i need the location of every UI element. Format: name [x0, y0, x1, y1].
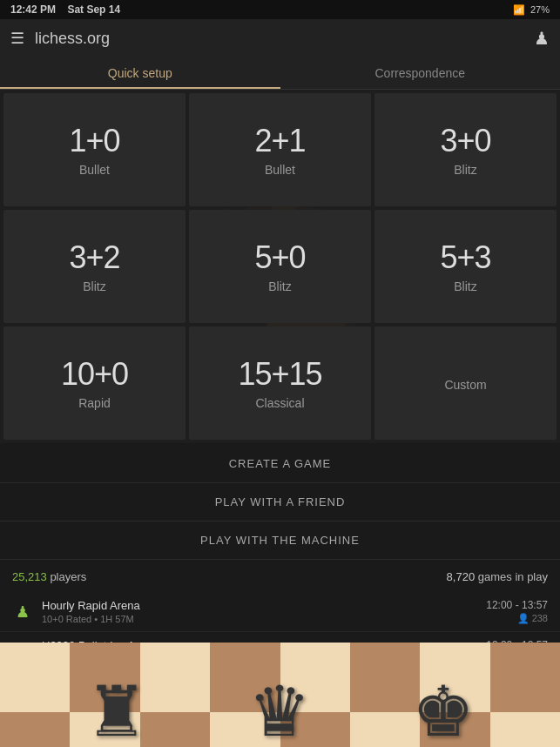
tournament-players-0: 👤 238: [486, 613, 548, 624]
tournament-info-0: Hourly Rapid Arena10+0 Rated • 1H 57M: [42, 599, 477, 624]
game-cell-blitz[interactable]: 3+0Blitz: [374, 93, 557, 206]
game-grid-container: 🐴 1+0Bullet2+1Bullet3+0Blitz3+2Blitz5+0B…: [0, 90, 560, 443]
game-time-1: 2+1: [254, 123, 305, 159]
menu-icon[interactable]: ☰: [10, 29, 24, 48]
battery-display: 27%: [530, 4, 550, 15]
players-stat: 25,213 players: [12, 570, 86, 583]
tab-correspondence[interactable]: Correspondence: [280, 57, 561, 89]
status-bar: 12:42 PM Sat Sep 14 📶 27%: [0, 0, 560, 19]
play-friend-button[interactable]: PLAY WITH A FRIEND: [0, 483, 560, 522]
players-label: players: [50, 570, 86, 583]
tournament-meta-0: 10+0 Rated • 1H 57M: [42, 614, 477, 624]
game-cell-bullet[interactable]: 1+0Bullet: [3, 93, 186, 206]
game-type-5: Blitz: [454, 279, 476, 293]
chess-piece-queen: ♛: [248, 677, 311, 747]
game-type-6: Rapid: [78, 396, 111, 410]
game-time-2: 3+0: [440, 123, 490, 159]
game-time-7: 15+15: [238, 356, 321, 393]
tournament-icon-0: ♟: [12, 602, 33, 622]
header-chess-icon: ♟: [534, 28, 550, 49]
tournament-name-0: Hourly Rapid Arena: [42, 599, 477, 612]
chess-piece-king: ♚: [412, 677, 475, 747]
action-buttons: CREATE A GAME PLAY WITH A FRIEND PLAY WI…: [0, 443, 560, 562]
status-time: 12:42 PM Sat Sep 14: [10, 3, 120, 16]
game-time-0: 1+0: [69, 123, 119, 159]
stats-bar: 25,213 players 8,720 games in play: [0, 562, 560, 592]
tournament-item-0[interactable]: ♟Hourly Rapid Arena10+0 Rated • 1H 57M12…: [0, 592, 560, 632]
game-type-2: Blitz: [454, 163, 476, 177]
wifi-icon: 📶: [513, 4, 525, 16]
players-count: 25,213: [12, 570, 47, 583]
create-game-button[interactable]: CREATE A GAME: [0, 445, 560, 483]
time-display: 12:42 PM: [10, 3, 56, 16]
game-time-3: 3+2: [69, 239, 119, 276]
app-title: lichess.org: [35, 30, 110, 48]
games-label: games in play: [478, 570, 548, 583]
games-count: 8,720: [447, 570, 476, 583]
game-type-3: Blitz: [83, 279, 105, 293]
tab-quick-setup[interactable]: Quick setup: [0, 57, 280, 89]
tournament-right-0: 12:00 - 13:57👤 238: [486, 599, 548, 624]
game-type-4: Blitz: [268, 279, 291, 293]
date-display: Sat Sep 14: [67, 3, 120, 16]
tournament-time-0: 12:00 - 13:57: [486, 599, 548, 611]
game-time-4: 5+0: [254, 239, 305, 276]
game-cell-blitz[interactable]: 5+3Blitz: [374, 210, 557, 323]
game-grid: 1+0Bullet2+1Bullet3+0Blitz3+2Blitz5+0Bli…: [3, 93, 557, 440]
chess-piece-rook: ♜: [85, 677, 148, 747]
tabs-container: Quick setup Correspondence: [0, 57, 560, 90]
chess-pieces-row: ♜ ♛ ♚: [0, 643, 560, 747]
play-machine-button[interactable]: PLAY WITH THE MACHINE: [0, 522, 560, 560]
game-type-1: Bullet: [265, 163, 295, 177]
game-time-5: 5+3: [440, 239, 490, 276]
status-right: 📶 27%: [513, 4, 550, 16]
game-type-7: Classical: [255, 396, 304, 410]
game-type-0: Bullet: [79, 163, 110, 177]
games-stat: 8,720 games in play: [447, 570, 548, 583]
game-cell-classical[interactable]: 15+15Classical: [189, 326, 371, 440]
chess-board-container: ♜ ♛ ♚: [0, 643, 560, 747]
game-cell-custom[interactable]: Custom: [374, 326, 557, 440]
game-cell-blitz[interactable]: 3+2Blitz: [3, 210, 186, 323]
game-cell-bullet[interactable]: 2+1Bullet: [189, 93, 371, 206]
game-time-6: 10+0: [61, 356, 128, 393]
game-type-8: Custom: [444, 378, 486, 392]
game-cell-rapid[interactable]: 10+0Rapid: [3, 326, 186, 440]
game-cell-blitz[interactable]: 5+0Blitz: [189, 210, 371, 323]
header: ☰ lichess.org ♟: [0, 19, 560, 57]
